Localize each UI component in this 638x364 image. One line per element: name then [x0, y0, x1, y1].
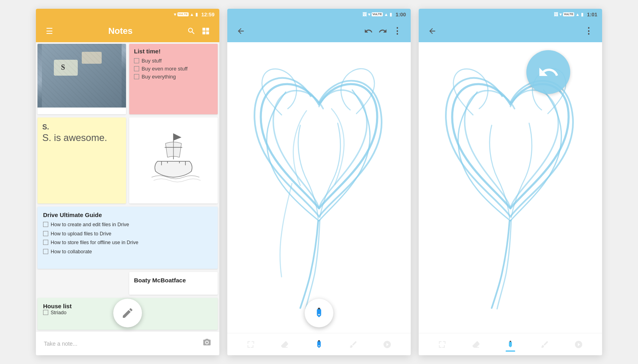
status-bar-1: ▾ VoLTE ▲ ▮ 12:59 [36, 9, 219, 20]
marker-tool-2[interactable] [537, 337, 553, 352]
status-bar-3: 🖼 ▾ VoLTE ▲ ▮ 1:01 [419, 9, 602, 20]
battery-icon-3: ▮ [581, 12, 583, 17]
guide-checkbox-4[interactable] [43, 249, 48, 254]
checkbox-3[interactable] [134, 74, 139, 79]
notes-screen: ▾ VoLTE ▲ ▮ 12:59 ☰ Notes [36, 9, 219, 355]
ship-svg [146, 125, 201, 189]
status-icons-1: ▾ VoLTE ▲ ▮ 12:59 [174, 12, 215, 18]
svg-rect-20 [509, 341, 512, 346]
eraser-tool-1[interactable] [277, 337, 293, 352]
camera-icon [203, 338, 211, 347]
list-note-title: List time! [134, 48, 213, 55]
eraser-icon-1 [280, 340, 289, 349]
back-button-2[interactable] [425, 24, 439, 38]
guide-note-content: Drive Ultimate Guide How to create and e… [37, 207, 218, 262]
status-icons-3: 🖼 ▾ VoLTE ▲ ▮ 1:01 [554, 12, 597, 18]
more-button-2[interactable]: ⋮ [581, 24, 596, 38]
marker-icon-1 [349, 340, 358, 349]
list-note-content: List time! Buy stuff Buy even more stuff… [129, 44, 218, 86]
draw-toolbar-1: ⋮ [227, 20, 411, 42]
active-tool-indicator [506, 350, 515, 352]
marker-tool-1[interactable] [345, 337, 361, 352]
house-checkbox-1[interactable] [43, 310, 48, 315]
heart-svg-1 [227, 42, 411, 333]
notes-bottom-bar: Take a note... [36, 331, 219, 355]
draw-canvas-1[interactable] [227, 42, 411, 333]
house-item-text: Striado [51, 309, 67, 317]
search-icon [187, 27, 196, 35]
fab-button[interactable] [113, 299, 142, 327]
list-item-1: Buy stuff [134, 58, 213, 64]
checkbox-2[interactable] [134, 66, 139, 71]
boat-note-content: Boaty McBoatface [129, 272, 218, 288]
yellow-initial: S. [42, 123, 121, 131]
pen-tool-1[interactable] [379, 337, 395, 352]
svg-rect-15 [318, 345, 320, 346]
list-item-2-text: Buy even more stuff [142, 66, 187, 72]
time-1: 12:59 [201, 12, 215, 18]
pen-icon-1 [383, 340, 392, 349]
draw-tools-1 [227, 333, 411, 355]
select-tool-2[interactable] [434, 337, 450, 352]
status-bar-2: 🖼 ▾ VoLTE ▲ ▮ 1:00 [227, 9, 411, 20]
eraser-tool-2[interactable] [468, 337, 484, 352]
back-icon-2 [428, 27, 437, 35]
guide-checkbox-2[interactable] [43, 231, 48, 236]
grid-icon [201, 27, 210, 35]
camera-button[interactable] [203, 338, 211, 349]
drawing-note[interactable] [129, 117, 218, 204]
guide-item-4: How to collaborate [43, 249, 212, 256]
draw-fab-1[interactable] [305, 299, 333, 327]
undo-button-1[interactable] [361, 24, 376, 38]
pen-tool-2[interactable] [571, 337, 587, 352]
notes-title: Notes [57, 26, 184, 36]
list-item-3: Buy everything [134, 74, 213, 80]
select-tool-1[interactable] [243, 337, 259, 352]
undo-fab-icon [538, 61, 559, 83]
pen-icon-2 [574, 340, 583, 349]
signal-icon-2: ▲ [384, 12, 388, 17]
boat-note[interactable]: Boaty McBoatface [129, 272, 218, 295]
undo-fab[interactable] [526, 50, 570, 94]
yellow-text: S. is awesome. [42, 131, 121, 144]
boat-title: Boaty McBoatface [134, 277, 213, 284]
svg-rect-22 [510, 341, 511, 342]
wifi-icon-2: ▾ [368, 12, 370, 17]
pencil-tool-1[interactable] [311, 337, 327, 352]
redo-icon-1 [378, 27, 387, 35]
svg-rect-18 [318, 308, 320, 309]
time-3: 1:01 [587, 12, 597, 18]
pencil-tool-2[interactable] [502, 337, 518, 352]
guide-item-3-text: How to store files for offline use in Dr… [51, 239, 138, 247]
draw-canvas-2[interactable] [419, 42, 602, 333]
list-item-3-text: Buy everything [142, 74, 176, 80]
back-icon-1 [236, 27, 245, 35]
checkbox-1[interactable] [134, 58, 139, 63]
marker-icon-2 [540, 340, 549, 349]
redo-button-1[interactable] [376, 24, 390, 38]
guide-title: Drive Ultimate Guide [43, 211, 212, 218]
yellow-note[interactable]: S. S. is awesome. [37, 117, 126, 204]
guide-note[interactable]: Drive Ultimate Guide How to create and e… [37, 207, 218, 269]
photo-note[interactable]: S [37, 44, 126, 114]
take-note-placeholder[interactable]: Take a note... [44, 341, 203, 347]
guide-checkbox-1[interactable] [43, 222, 48, 227]
select-icon-1 [246, 340, 255, 349]
photo-icon-2: 🖼 [362, 12, 367, 17]
pencil-icon-2 [506, 340, 515, 349]
menu-button[interactable]: ☰ [42, 24, 57, 38]
guide-item-2: How to upload files to Drive [43, 231, 212, 238]
back-button-1[interactable] [234, 24, 248, 38]
wifi-icon: ▾ [174, 12, 176, 17]
draw-fab-icon-1 [313, 307, 325, 319]
guide-checkbox-3[interactable] [43, 240, 48, 245]
grid-view-button[interactable] [199, 24, 213, 38]
select-icon-2 [438, 340, 447, 349]
undo-icon-1 [364, 27, 373, 35]
status-icons-2: 🖼 ▾ VoLTE ▲ ▮ 1:00 [362, 12, 406, 18]
draw-screen-1: 🖼 ▾ VoLTE ▲ ▮ 1:00 [227, 9, 411, 355]
search-button[interactable] [184, 24, 199, 38]
more-button-1[interactable]: ⋮ [390, 24, 404, 38]
photo-placeholder: S [37, 44, 126, 108]
list-note[interactable]: List time! Buy stuff Buy even more stuff… [129, 44, 218, 114]
